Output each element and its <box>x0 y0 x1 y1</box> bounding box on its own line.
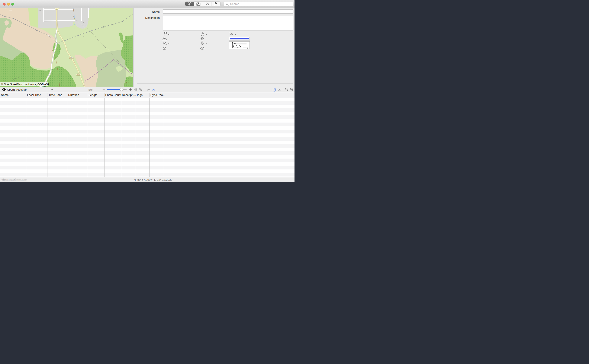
svg-text:© OpenStreetMap contributors,: © OpenStreetMap contributors, CC-BY-SA <box>1 83 49 86</box>
svg-text:DC78: DC78 <box>55 8 58 9</box>
svg-text:DC104: DC104 <box>77 74 80 75</box>
svg-text:Max: Max <box>201 49 204 50</box>
svg-text:DC104: DC104 <box>69 57 73 58</box>
svg-text:www.MacDown.com: www.MacDown.com <box>1 178 27 181</box>
